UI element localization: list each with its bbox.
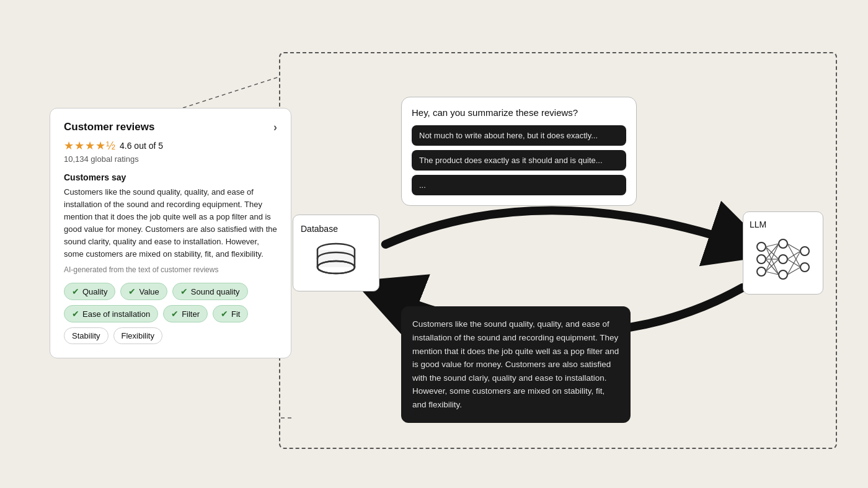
chat-prompt-box: Hey, can you summarize these reviews? No… bbox=[401, 97, 637, 206]
svg-point-15 bbox=[800, 263, 809, 272]
svg-point-10 bbox=[757, 267, 766, 276]
main-diagram-box: Hey, can you summarize these reviews? No… bbox=[279, 52, 837, 449]
tag-stability[interactable]: Stability bbox=[64, 327, 108, 344]
svg-point-13 bbox=[779, 270, 787, 279]
llm-label: LLM bbox=[750, 220, 766, 229]
stars-display: ★★★★½ bbox=[64, 139, 116, 153]
llm-box: LLM bbox=[743, 211, 823, 295]
stars-row: ★★★★½ 4.6 out of 5 bbox=[64, 139, 277, 153]
result-text: Customers like the sound quality, qualit… bbox=[412, 317, 619, 411]
check-icon: ✔ bbox=[128, 286, 136, 296]
svg-point-12 bbox=[779, 255, 787, 264]
chat-review-1: Not much to write about here, but it doe… bbox=[412, 125, 626, 146]
check-icon: ✔ bbox=[171, 309, 179, 319]
global-ratings: 10,134 global ratings bbox=[64, 154, 277, 164]
llm-icon bbox=[752, 234, 814, 286]
chat-review-2: The product does exactly as it should an… bbox=[412, 150, 626, 171]
customers-say-title: Customers say bbox=[64, 172, 277, 182]
check-icon: ✔ bbox=[221, 309, 228, 319]
rating-text: 4.6 out of 5 bbox=[120, 141, 163, 151]
reviews-card-title: Customer reviews › bbox=[64, 121, 277, 134]
check-icon: ✔ bbox=[72, 309, 79, 319]
database-box: Database bbox=[293, 215, 379, 291]
svg-point-8 bbox=[757, 242, 766, 251]
svg-point-11 bbox=[779, 239, 787, 248]
ai-generated-note: AI-generated from the text of customer r… bbox=[64, 265, 277, 274]
tag-ease-installation[interactable]: ✔Ease of installation bbox=[64, 305, 158, 322]
chat-question: Hey, can you summarize these reviews? bbox=[412, 107, 626, 118]
database-label: Database bbox=[301, 224, 338, 234]
check-icon: ✔ bbox=[180, 286, 188, 296]
tag-quality[interactable]: ✔Quality bbox=[64, 283, 115, 300]
check-icon: ✔ bbox=[72, 286, 79, 296]
chat-review-3: ... bbox=[412, 175, 626, 195]
customers-say-body: Customers like the sound quality, qualit… bbox=[64, 186, 277, 261]
chevron-right-icon[interactable]: › bbox=[273, 121, 277, 134]
tag-sound-quality[interactable]: ✔Sound quality bbox=[172, 283, 248, 300]
database-icon bbox=[311, 239, 361, 282]
tag-filter[interactable]: ✔Filter bbox=[163, 305, 208, 322]
svg-point-14 bbox=[800, 247, 809, 255]
tags-container: ✔Quality ✔Value ✔Sound quality ✔Ease of … bbox=[64, 283, 277, 344]
svg-line-31 bbox=[183, 77, 279, 108]
tag-flexibility[interactable]: Flexibility bbox=[113, 327, 162, 344]
tag-fit[interactable]: ✔Fit bbox=[213, 305, 248, 322]
svg-point-9 bbox=[757, 255, 766, 264]
result-summary-box: Customers like the sound quality, qualit… bbox=[401, 306, 631, 422]
tag-value[interactable]: ✔Value bbox=[120, 283, 167, 300]
reviews-card: Customer reviews › ★★★★½ 4.6 out of 5 10… bbox=[50, 108, 291, 359]
